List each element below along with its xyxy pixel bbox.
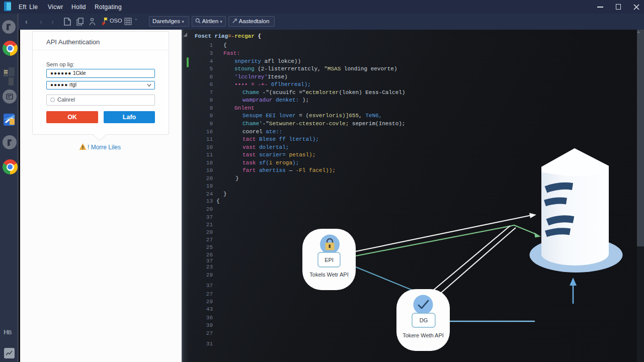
svg-text:DG: DG bbox=[420, 317, 428, 323]
svg-text:Tokels Wetr API: Tokels Wetr API bbox=[309, 272, 348, 278]
svg-text:EPI: EPI bbox=[325, 257, 334, 263]
svg-text:Tokere Weth API: Tokere Weth API bbox=[403, 332, 444, 338]
